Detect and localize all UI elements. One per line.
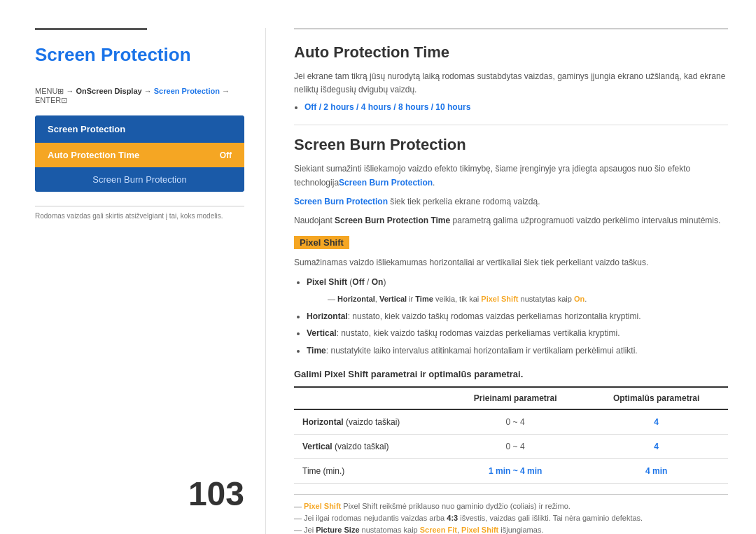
pixel-shift-title: Pixel Shift (294, 236, 349, 249)
menu-path-text: MENU⊞ → OnScreen Display → Screen Protec… (35, 87, 230, 104)
param-table: Prieinami parametrai Optimalūs parametra… (294, 386, 728, 484)
sidebar-item-label: Auto Protection Time (48, 150, 139, 160)
table-title: Galimi Pixel Shift parametrai ir optimal… (294, 369, 728, 379)
param-table-section: Galimi Pixel Shift parametrai ir optimal… (294, 369, 728, 484)
sidebar-item-label: Screen Burn Protection (92, 174, 186, 185)
auto-protection-body: Jei ekrane tam tikrą jūsų nurodytą laiką… (294, 70, 728, 97)
sidebar-menu: Screen Protection Auto Protection Time O… (35, 115, 244, 192)
right-panel: Auto Protection Time Jei ekrane tam tikr… (266, 28, 756, 534)
sidebar-item-auto-protection[interactable]: Auto Protection Time Off (35, 143, 244, 167)
footer-note-2: Jei ilgai rodomas nejudantis vaizdas arb… (294, 514, 728, 522)
left-panel: Screen Protection MENU⊞ → OnScreen Displ… (0, 28, 266, 534)
row-label: Vertical (vaizdo taškai) (294, 435, 446, 459)
sidebar-note: Rodomas vaizdas gali skirtis atsižvelgia… (35, 206, 244, 220)
options-text: Off / 2 hours / 4 hours / 8 hours / 10 h… (304, 102, 470, 112)
screen-burn-body1: Siekiant sumažinti išliekamojo vaizdo ef… (294, 162, 728, 189)
row-range: 0 ~ 4 (446, 409, 584, 435)
bullet-item-4: Vertical: nustato, kiek vaizdo taškų rod… (307, 326, 728, 342)
bullet-item-5: Time: nustatykite laiko intervalus atiti… (307, 344, 728, 359)
sidebar-item-value: Off (220, 150, 232, 160)
screen-burn-bold: Screen Burn Protection (294, 197, 388, 206)
sidebar-header: Screen Protection (35, 115, 244, 143)
row-label: Horizontal (vaizdo taškai) (294, 409, 446, 435)
bullet-item-3: Horizontal: nustato, kiek vaizdo taškų r… (307, 309, 728, 325)
sub-note-1: Horizontal, Vertical ir Time veikia, tik… (307, 293, 728, 307)
screen-burn-body3: Naudojant Screen Burn Protection Time pa… (294, 214, 728, 227)
row-optimal: 4 (584, 409, 728, 435)
bullet-item-2: Horizontal, Vertical ir Time veikia, tik… (303, 293, 728, 307)
bullet-item-1: Pixel Shift (Off / On) (307, 275, 728, 290)
screen-burn-title: Screen Burn Protection (294, 136, 728, 154)
sidebar-item-screen-burn[interactable]: Screen Burn Protection (35, 167, 244, 192)
table-row: Horizontal (vaizdo taškai) 0 ~ 4 4 (294, 409, 728, 435)
top-divider (294, 28, 728, 29)
table-row: Time (min.) 1 min ~ 4 min 4 min (294, 459, 728, 484)
pixel-shift-desc: Sumažinamas vaizdo išliekamumas horizont… (294, 256, 728, 269)
col-header-name (294, 387, 446, 409)
table-row: Vertical (vaizdo taškai) 0 ~ 4 4 (294, 435, 728, 459)
row-label: Time (min.) (294, 459, 446, 484)
page-title: Screen Protection (35, 44, 244, 66)
footer-note-3: Jei Picture Size nustatomas kaip Screen … (294, 526, 728, 534)
menu-path: MENU⊞ → OnScreen Display → Screen Protec… (35, 87, 244, 105)
row-optimal: 4 min (584, 459, 728, 484)
page-number: 103 (188, 475, 244, 513)
footer-notes: Pixel Shift Pixel Shift reikšmė priklaus… (294, 494, 728, 534)
auto-protection-options: Off / 2 hours / 4 hours / 8 hours / 10 h… (294, 102, 728, 112)
screen-burn-body2: Screen Burn Protection šiek tiek perkeli… (294, 195, 728, 209)
auto-protection-section: Auto Protection Time Jei ekrane tam tikr… (294, 43, 728, 112)
row-range: 0 ~ 4 (446, 435, 584, 459)
row-range: 1 min ~ 4 min (446, 459, 584, 484)
auto-protection-title: Auto Protection Time (294, 43, 728, 62)
col-header-optimal: Optimalūs parametrai (584, 387, 728, 409)
options-item: Off / 2 hours / 4 hours / 8 hours / 10 h… (304, 102, 728, 112)
pixel-shift-bullets: Pixel Shift (Off / On) Horizontal, Verti… (294, 275, 728, 358)
footer-note-1: Pixel Shift Pixel Shift reikšmė priklaus… (294, 502, 728, 510)
screen-burn-link: Screen Burn Protection (339, 178, 433, 188)
row-optimal: 4 (584, 435, 728, 459)
screen-burn-section: Screen Burn Protection Siekiant sumažint… (294, 136, 728, 534)
section-divider (294, 125, 728, 125)
top-accent-line (35, 28, 147, 30)
col-header-range: Prieinami parametrai (446, 387, 584, 409)
screen-burn-time-bold: Screen Burn Protection Time (335, 216, 450, 225)
pixel-shift-section: Pixel Shift Sumažinamas vaizdo išliekamu… (294, 236, 728, 534)
